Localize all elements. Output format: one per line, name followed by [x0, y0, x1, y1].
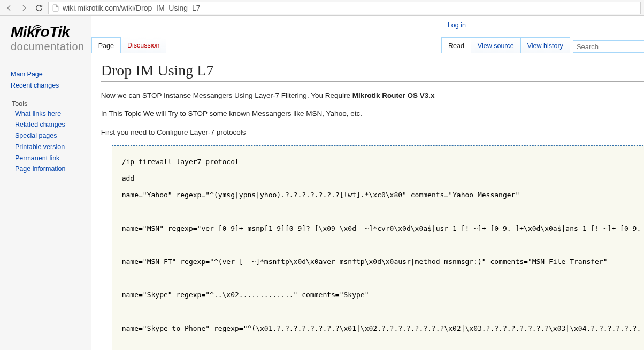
sidebar-item-printable-version[interactable]: Printable version [11, 142, 86, 153]
personal-tools: Log in [91, 16, 644, 37]
logo-wave-icon [31, 20, 45, 30]
intro-paragraph-3: First you need to Configure Layer-7 prot… [101, 127, 644, 138]
login-link[interactable]: Log in [448, 21, 466, 29]
sidebar-item-special-pages[interactable]: Special pages [11, 130, 86, 142]
tab-view-history[interactable]: View history [520, 37, 570, 53]
sidebar-item-related-changes[interactable]: Related changes [11, 119, 86, 130]
sidebar-item-what-links-here[interactable]: What links here [11, 108, 86, 120]
address-bar[interactable]: wiki.mikrotik.com/wiki/Drop_IM_Using_L7 [48, 2, 641, 14]
back-button[interactable] [3, 2, 15, 14]
intro-paragraph-2: In This Topic We will Try to STOP some k… [101, 108, 644, 119]
intro-paragraph-1: Now we can STOP Instanse Messangers Usin… [101, 90, 644, 101]
sidebar-item-recent-changes[interactable]: Recent changes [11, 80, 86, 91]
code-block: /ip firewall layer7-protocol add name="Y… [112, 145, 644, 350]
sidebar-item-permanent-link[interactable]: Permanent link [11, 153, 86, 164]
content-area: Log in Page Discussion Read View source … [91, 16, 644, 350]
browser-toolbar: wiki.mikrotik.com/wiki/Drop_IM_Using_L7 [0, 0, 644, 16]
reload-button[interactable] [33, 2, 45, 14]
page-tabs: Page Discussion Read View source View hi… [91, 37, 644, 53]
logo-subtitle: documentation [11, 41, 85, 53]
url-text: wiki.mikrotik.com/wiki/Drop_IM_Using_L7 [63, 4, 201, 12]
intro-bold: Mikrotik Router OS V3.x [352, 91, 435, 99]
left-panel: MikroTik documentation Main Page Recent … [0, 16, 91, 350]
intro-text: Now we can STOP Instanse Messangers Usin… [101, 91, 352, 99]
page-title: Drop IM Using L7 [101, 62, 644, 82]
logo[interactable]: MikroTik documentation [0, 21, 91, 54]
tab-view-source[interactable]: View source [471, 37, 521, 53]
sidebar-item-page-information[interactable]: Page information [11, 164, 86, 175]
page-icon [52, 4, 59, 12]
tab-page[interactable]: Page [91, 37, 121, 53]
sidebar-item-main-page[interactable]: Main Page [11, 69, 86, 80]
forward-button[interactable] [18, 2, 30, 14]
search-input[interactable] [573, 40, 644, 53]
tab-discussion[interactable]: Discussion [120, 37, 166, 53]
tab-read[interactable]: Read [441, 37, 471, 53]
sidebar-tools-header: Tools [11, 100, 86, 107]
